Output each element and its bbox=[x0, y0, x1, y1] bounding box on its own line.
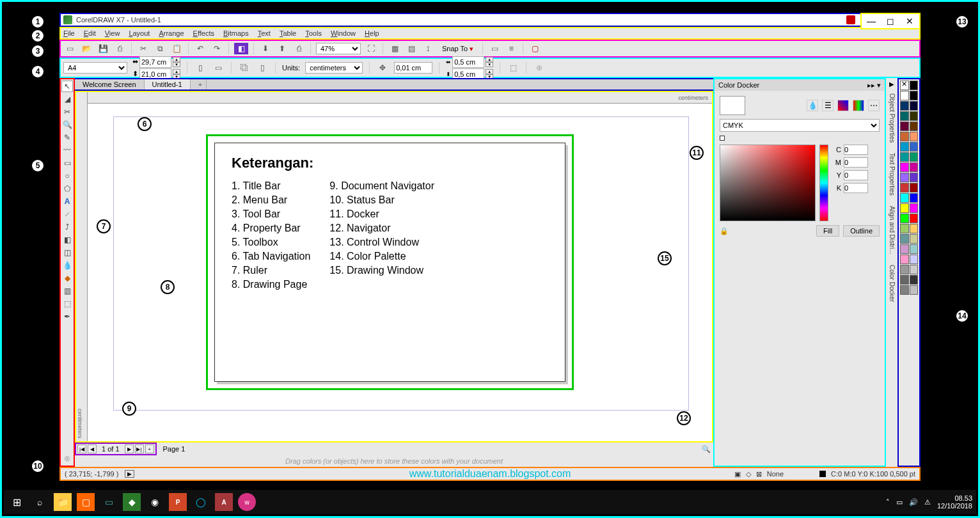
search-icon[interactable]: ⌕ bbox=[31, 493, 49, 511]
vtab-text-properties[interactable]: Text Properties bbox=[887, 148, 897, 200]
open-icon[interactable]: 📂 bbox=[80, 42, 93, 55]
color-swatch[interactable] bbox=[900, 132, 909, 141]
color-swatch[interactable] bbox=[910, 265, 919, 274]
undo-icon[interactable]: ↶ bbox=[194, 42, 207, 55]
color-swatch[interactable] bbox=[900, 224, 909, 233]
task-view-icon[interactable]: ▭ bbox=[100, 493, 118, 511]
menu-view[interactable]: View bbox=[105, 29, 120, 37]
portrait-icon[interactable]: ▯ bbox=[194, 61, 207, 74]
page-tab[interactable]: Page 1 bbox=[157, 445, 192, 453]
color-swatch[interactable] bbox=[910, 101, 919, 111]
rulers-icon[interactable]: ▦ bbox=[388, 42, 401, 55]
menu-text[interactable]: Text bbox=[258, 29, 271, 37]
color-swatch[interactable] bbox=[910, 244, 919, 254]
wifi-icon[interactable]: ⚠ bbox=[924, 498, 931, 506]
color-swatch[interactable] bbox=[910, 285, 919, 295]
redo-icon[interactable]: ↷ bbox=[210, 42, 223, 55]
fill-button[interactable]: Fill bbox=[816, 225, 839, 237]
page-width-input[interactable] bbox=[139, 56, 171, 68]
play-icon[interactable]: ▶ bbox=[125, 470, 134, 478]
color-swatch[interactable] bbox=[900, 183, 909, 192]
color-swatch[interactable] bbox=[900, 91, 909, 100]
fill-status-icon[interactable]: ◇ bbox=[746, 470, 751, 478]
zoom-tool-icon[interactable]: 🔍 bbox=[61, 119, 73, 130]
dup-x-input[interactable] bbox=[452, 56, 484, 68]
color-swatch[interactable] bbox=[900, 214, 909, 223]
color-swatch[interactable] bbox=[910, 132, 919, 141]
sliders-icon[interactable]: ☰ bbox=[822, 100, 834, 111]
color-swatch[interactable] bbox=[900, 162, 909, 172]
volume-icon[interactable]: 🔊 bbox=[909, 498, 918, 506]
more-icon[interactable]: ⋯ bbox=[868, 100, 880, 111]
grid-icon[interactable]: ▤ bbox=[405, 42, 418, 55]
clock[interactable]: 08.53 12/10/2018 bbox=[937, 494, 972, 510]
yellow-input[interactable] bbox=[844, 170, 868, 180]
color-swatch[interactable] bbox=[910, 234, 919, 244]
color-swatch[interactable] bbox=[900, 101, 909, 111]
next-page-button[interactable]: ▶ bbox=[125, 444, 134, 453]
menu-bitmaps[interactable]: Bitmaps bbox=[223, 29, 249, 37]
vtab-align[interactable]: Align and Distri... bbox=[887, 201, 897, 259]
drop-shadow-tool-icon[interactable]: ◧ bbox=[61, 234, 73, 246]
export-icon[interactable]: ⬆ bbox=[276, 42, 288, 55]
eyedropper-tool-icon[interactable]: 💧 bbox=[61, 260, 73, 271]
menu-edit[interactable]: Edit bbox=[84, 29, 96, 37]
publish-icon[interactable]: ⎙ bbox=[292, 42, 305, 55]
menu-help[interactable]: Help bbox=[365, 29, 379, 37]
horizontal-ruler[interactable]: centimeters bbox=[88, 92, 712, 104]
hue-strip[interactable] bbox=[819, 145, 828, 221]
treat-as-icon[interactable]: ⬚ bbox=[507, 61, 519, 74]
color-swatch[interactable] bbox=[900, 265, 909, 274]
menu-effects[interactable]: Effects bbox=[193, 29, 214, 37]
fullscreen-icon[interactable]: ⛶ bbox=[365, 42, 377, 55]
color-swatch[interactable] bbox=[910, 122, 919, 131]
viewer-icon[interactable] bbox=[837, 100, 849, 111]
maximize-button[interactable]: ◻ bbox=[881, 14, 900, 28]
vtab-color-docker[interactable]: Color Docker bbox=[887, 260, 897, 306]
last-page-button[interactable]: ▶| bbox=[135, 444, 144, 453]
transparency-tool-icon[interactable]: ◫ bbox=[61, 247, 73, 258]
coreldraw-icon[interactable]: ◆ bbox=[123, 493, 141, 511]
color-model-select[interactable]: CMYK bbox=[720, 119, 880, 132]
minimize-button[interactable]: — bbox=[862, 14, 881, 28]
interactive-fill-icon[interactable]: ▥ bbox=[61, 285, 73, 297]
text-tool-icon[interactable]: A bbox=[61, 196, 73, 207]
nudge-input[interactable] bbox=[394, 62, 432, 74]
paste-icon[interactable]: 📋 bbox=[170, 42, 183, 55]
color-swatch[interactable] bbox=[910, 255, 919, 264]
rectangle-tool-icon[interactable]: ▭ bbox=[61, 157, 73, 169]
smart-fill-icon[interactable]: ⬚ bbox=[61, 298, 73, 310]
lock-icon[interactable]: 🔒 bbox=[720, 227, 729, 235]
options-icon[interactable]: ▭ bbox=[488, 42, 501, 55]
close-button[interactable]: ✕ bbox=[900, 14, 919, 28]
no-color-swatch[interactable]: ✕ bbox=[900, 81, 909, 90]
quick-customize-icon[interactable]: ⊕ bbox=[61, 453, 73, 464]
add-preset-icon[interactable]: ⊕ bbox=[533, 61, 546, 74]
cut-icon[interactable]: ✂ bbox=[137, 42, 150, 55]
ellipse-tool-icon[interactable]: ○ bbox=[61, 170, 73, 182]
color-swatch[interactable] bbox=[900, 152, 909, 162]
color-swatch[interactable] bbox=[910, 81, 919, 90]
access-icon[interactable]: A bbox=[215, 493, 233, 511]
color-swatch[interactable] bbox=[910, 203, 919, 213]
color-swatch[interactable] bbox=[910, 275, 919, 285]
outline-button[interactable]: Outline bbox=[843, 225, 880, 237]
all-pages-icon[interactable]: ⿻ bbox=[238, 61, 251, 74]
landscape-icon[interactable]: ▭ bbox=[212, 61, 225, 74]
magenta-input[interactable] bbox=[844, 157, 868, 168]
pick-tool-icon[interactable]: ↖ bbox=[61, 81, 73, 92]
edge-icon[interactable]: ◯ bbox=[192, 493, 210, 511]
explorer-icon[interactable]: 📁 bbox=[54, 493, 72, 511]
tab-welcome[interactable]: Welcome Screen bbox=[75, 79, 145, 90]
powerpoint-icon[interactable]: P bbox=[169, 493, 187, 511]
color-swatch[interactable] bbox=[910, 183, 919, 192]
color-swatch[interactable] bbox=[900, 244, 909, 254]
connector-tool-icon[interactable]: ⤴ bbox=[61, 221, 73, 233]
color-swatch[interactable] bbox=[910, 214, 919, 223]
color-swatch[interactable] bbox=[910, 224, 919, 233]
guides-icon[interactable]: ⟟ bbox=[422, 42, 434, 55]
navigator-button[interactable]: 🔍 bbox=[699, 445, 713, 453]
color-swatch[interactable] bbox=[900, 275, 909, 285]
first-page-button[interactable]: |◀ bbox=[77, 444, 86, 453]
battery-icon[interactable]: ▭ bbox=[896, 498, 903, 506]
